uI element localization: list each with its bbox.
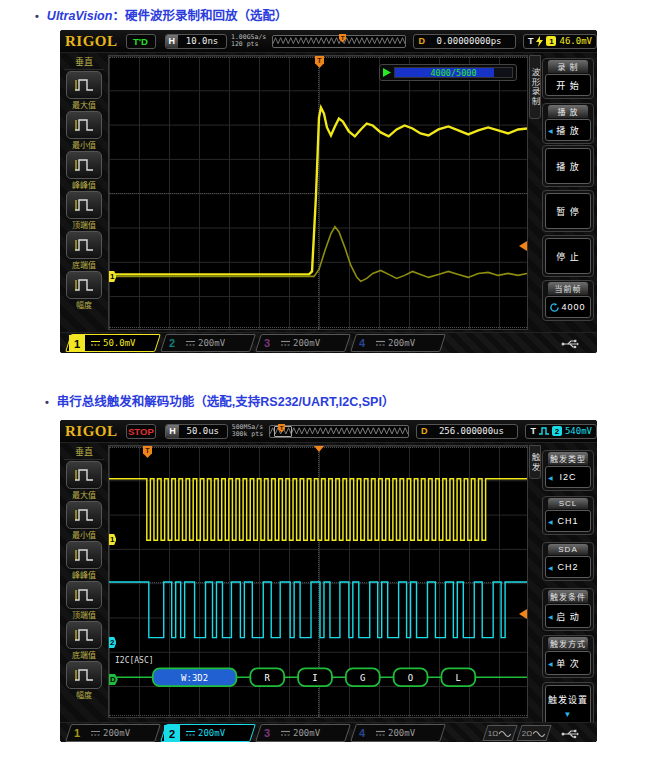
channel-scale-value: 200mV <box>198 338 225 348</box>
decode-frame: G <box>346 668 380 686</box>
measure-label: 幅度 <box>62 689 106 700</box>
sample-rate: 500MSa/s300k pts <box>232 424 263 439</box>
measure-button-1[interactable] <box>66 71 102 99</box>
measure-button-3[interactable] <box>66 151 102 179</box>
scope1-waveform-display: 4000/5000 T1 <box>108 55 528 330</box>
horizontal-timebase[interactable]: H 10.0ns <box>165 34 228 49</box>
channel-2-badge[interactable]: 2200mV <box>160 334 256 352</box>
rigol-logo: RIGOL <box>65 423 118 440</box>
horizontal-timebase[interactable]: H 50.0us <box>165 424 228 439</box>
measure-button-4[interactable] <box>66 581 102 609</box>
menu-tab-trigger[interactable]: 触发 <box>529 445 541 479</box>
channel-3-badge[interactable]: 3200mV <box>255 334 351 352</box>
channel-4-badge[interactable]: 4200mV <box>350 724 446 742</box>
measure-button-6[interactable] <box>66 661 102 689</box>
measure-button-2[interactable] <box>66 111 102 139</box>
measure-button-5[interactable] <box>66 231 102 259</box>
scl-source-button[interactable]: ◀ CH1 <box>545 510 591 532</box>
measure-button-4[interactable] <box>66 191 102 219</box>
trigger-readout[interactable]: T 1 46.0mV <box>523 34 597 49</box>
measure-label: 顶端值 <box>62 219 106 230</box>
screen-center-marker <box>314 446 324 452</box>
trigger-channel-badge: 2 <box>552 426 562 436</box>
sda-source-value: CH2 <box>557 562 578 572</box>
channel-4-badge[interactable]: 4200mV <box>350 334 446 352</box>
channel-1-badge[interactable]: 150.0mV <box>65 334 161 352</box>
menu-item-trigger-type: 触发类型 ◀ I2C <box>542 450 594 491</box>
trigger-condition-button[interactable]: ◀ 启 动 <box>545 604 591 628</box>
ch1-ghost-trace <box>109 227 527 282</box>
measure-button-2[interactable] <box>66 501 102 529</box>
delay-readout[interactable]: D 0.00000000ps <box>413 34 516 49</box>
coupling-icon <box>186 730 195 737</box>
trigger-level-arrow[interactable] <box>519 609 527 619</box>
trigger-mode-button[interactable]: ◀ 单 次 <box>545 651 591 675</box>
memory-bar[interactable]: T <box>272 35 406 48</box>
pulse-measure-icon <box>73 507 95 523</box>
trigger-mode-header: 触发方式 <box>548 637 588 650</box>
run-status-badge[interactable]: STOP <box>126 424 157 439</box>
sine-icon <box>534 729 546 737</box>
source-number: 2Ω <box>522 729 532 738</box>
run-status-badge[interactable]: T'D <box>126 34 156 49</box>
measure-button-5[interactable] <box>66 621 102 649</box>
trigger-type-header: 触发类型 <box>548 452 588 465</box>
menu-item-sda: SDA ◀ CH2 <box>542 542 594 581</box>
trigger-type-value: I2C <box>559 472 576 482</box>
scope2-measure-sidebar: 垂直 最大值最小值峰峰值顶端值底端值幅度 <box>60 443 108 722</box>
current-frame-button[interactable]: 4000 <box>545 296 591 318</box>
pulse-measure-icon <box>73 667 95 683</box>
stop-button[interactable]: 停 止 <box>545 238 591 274</box>
measure-label: 最小值 <box>62 139 106 150</box>
scope1-topbar: RIGOL T'D H 10.0ns 1.00GSa/s120 pts T D … <box>60 30 597 53</box>
pulse-measure-icon <box>73 237 95 253</box>
pause-button[interactable]: 暂 停 <box>545 193 591 229</box>
measure-item-3: 峰峰值 <box>62 541 106 580</box>
play-button[interactable]: 播 放 <box>545 148 591 184</box>
trigger-readout[interactable]: T 2 540mV <box>525 424 597 439</box>
scope2-topbar: RIGOL STOP H 50.0us 500MSa/s300k pts T D… <box>60 420 597 443</box>
channel-3-badge[interactable]: 3200mV <box>255 724 351 742</box>
progress-track: 4000/5000 <box>394 67 513 78</box>
decode-frame: W:3D2 <box>153 668 237 686</box>
bullet1-text: ：硬件波形录制和回放（选配） <box>112 9 287 23</box>
trigger-level-value: 46.0mV <box>559 36 592 46</box>
measure-button-6[interactable] <box>66 271 102 299</box>
measure-button-3[interactable] <box>66 541 102 569</box>
channel-number: 1 <box>69 335 85 351</box>
bullet-ultravision: •UltraVision：硬件波形录制和回放（选配） <box>35 5 287 24</box>
trigger-level-arrow[interactable] <box>519 241 527 251</box>
pulse-measure-icon <box>73 117 95 133</box>
record-start-button[interactable]: 开 始 <box>545 74 591 96</box>
channel-1-badge[interactable]: 1200mV <box>65 724 161 742</box>
measure-item-4: 顶端值 <box>62 191 106 230</box>
d-label: D <box>417 426 432 436</box>
trigger-settings-button[interactable]: 触发设置 ▼ <box>545 685 591 727</box>
edge-trigger-icon <box>536 36 543 47</box>
measure-label: 最大值 <box>62 489 106 500</box>
play-mode-button[interactable]: ◀ 播 放 <box>545 119 591 141</box>
coupling-icon <box>91 730 100 737</box>
measure-category-title: 垂直 <box>64 443 104 460</box>
measure-item-1: 最大值 <box>62 461 106 500</box>
bullet1-brand: UltraVision <box>47 9 113 23</box>
measure-item-6: 幅度 <box>62 271 106 310</box>
memory-bar[interactable]: T <box>269 425 409 438</box>
channel-number: 1 <box>69 727 85 739</box>
knob-icon <box>550 303 559 312</box>
menu-item-stop: 停 止 <box>542 235 594 277</box>
measure-label: 底端值 <box>62 649 106 660</box>
trigger-type-button[interactable]: ◀ I2C <box>545 466 591 488</box>
progress-value: 4000/5000 <box>395 68 512 77</box>
source-1-output-icon[interactable]: 1Ω <box>482 725 517 741</box>
delay-readout[interactable]: D 256.000000us <box>416 424 519 439</box>
menu-item-trigger-condition: 触发条件 ◀ 启 动 <box>542 588 594 631</box>
channel-2-badge[interactable]: 2200mV <box>160 724 256 742</box>
menu-item-pause: 暂 停 <box>542 190 594 232</box>
menu-tab-waveform-record[interactable]: 波形录制 <box>529 55 541 119</box>
sda-source-button[interactable]: ◀ CH2 <box>545 556 591 578</box>
rigol-logo: RIGOL <box>65 33 118 50</box>
source-2-output-icon[interactable]: 2Ω <box>516 725 551 741</box>
measure-button-1[interactable] <box>66 461 102 489</box>
channel-number: 4 <box>354 337 370 349</box>
